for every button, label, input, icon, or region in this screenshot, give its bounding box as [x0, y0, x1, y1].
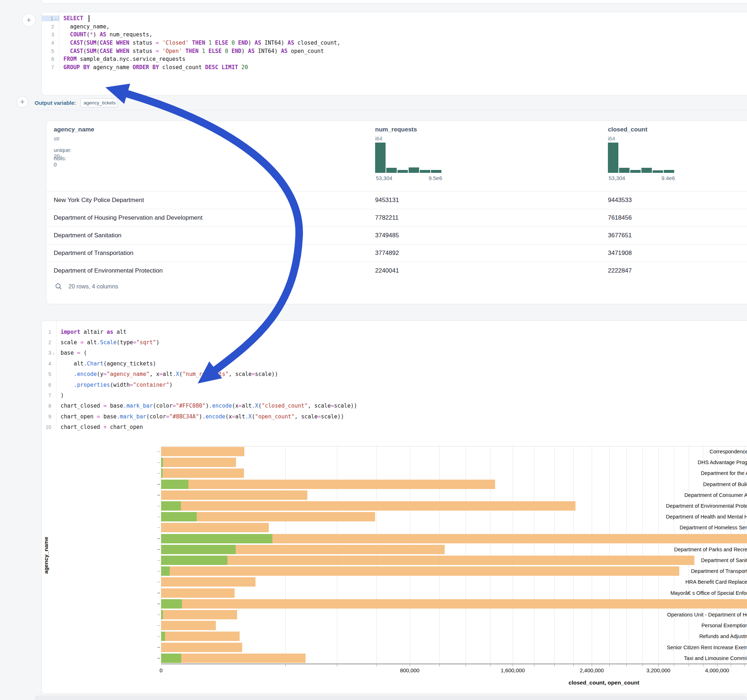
code-line[interactable]: 10chart_closed + chart_open	[42, 422, 747, 433]
line-gutter: 2	[42, 24, 59, 30]
table-row[interactable]: Department of Sanitation37494853677651	[47, 226, 747, 244]
x-axis-tick	[554, 664, 555, 667]
output-variable-label: Output variable:	[35, 100, 76, 106]
category-label: Senior Citizen Rent Increase Exempti…	[645, 644, 747, 650]
line-number: 4	[45, 40, 54, 46]
code-line[interactable]: 6FROM sample_data.nyc.service_requests	[42, 55, 747, 63]
histogram-min-label: 53,304	[376, 175, 392, 181]
line-number: 1	[45, 15, 53, 21]
code-text: SELECT	[59, 15, 89, 22]
chart-gridline	[658, 446, 659, 664]
plot-border	[161, 446, 747, 664]
collapse-chevron-icon[interactable]: ⌄	[53, 17, 58, 21]
chart-gridline	[534, 446, 534, 664]
table-row[interactable]: Department of Housing Preservation and D…	[47, 209, 747, 226]
line-gutter: 7	[42, 392, 56, 398]
code-line[interactable]: 5 CAST(SUM(CASE WHEN status = 'Open' THE…	[42, 47, 747, 55]
code-line[interactable]: 1⌄SELECT	[42, 14, 747, 23]
y-axis-tick	[157, 593, 160, 593]
code-line[interactable]: 8chart_closed = base.mark_bar(color="#FF…	[42, 401, 747, 411]
x-axis-tick	[643, 664, 643, 667]
table-cell: 3749485	[375, 232, 399, 239]
closed-count-bar	[161, 490, 307, 500]
column-type: str	[54, 136, 60, 142]
y-axis-tick	[157, 560, 160, 561]
code-line[interactable]: 3 COUNT(*) AS num_requests,	[42, 31, 747, 39]
closed-count-bar	[161, 468, 244, 478]
code-text: import altair as alt	[56, 329, 127, 335]
x-axis-tick	[410, 664, 410, 667]
code-line[interactable]: 2 agency_name,	[42, 23, 747, 31]
result-table: agency_namestrunique: 20nulls: 0num_requ…	[46, 121, 747, 304]
closed-count-bar	[161, 653, 305, 663]
line-number: 3	[45, 350, 51, 356]
y-axis-tick	[157, 647, 160, 648]
y-axis-tick	[157, 636, 160, 637]
output-variable-pill[interactable]: agency_tickets	[80, 98, 118, 107]
code-line[interactable]: 4 alt.Chart(agency_tickets)	[42, 358, 747, 369]
chart-gridline	[731, 446, 731, 664]
column-histogram: 53,3049.5e6	[375, 149, 442, 181]
x-axis-tick	[466, 664, 466, 667]
code-line[interactable]: 3⌄base = (	[42, 348, 747, 358]
x-axis-tick	[513, 664, 513, 667]
line-number: 9	[45, 414, 51, 419]
chart-gridline	[717, 446, 717, 664]
code-line[interactable]: 1import altair as alt	[42, 327, 747, 337]
chart-gridline	[337, 446, 337, 664]
sql-code-editor[interactable]: 1⌄SELECT 2 agency_name,3 COUNT(*) AS num…	[42, 12, 747, 71]
histogram-bar	[641, 168, 652, 173]
closed-count-bar	[161, 523, 269, 532]
code-line[interactable]: 5 .encode(y="agency_name", x=alt.X("num_…	[42, 369, 747, 380]
category-label: Mayorâ€ s Office of Special Enforce…	[645, 590, 747, 596]
code-text: base = (	[56, 350, 87, 356]
previous-cell-edge	[41, 0, 747, 4]
closed-count-bar	[161, 610, 237, 619]
histogram-bar	[630, 170, 641, 173]
code-text: CAST(SUM(CASE WHEN status = 'Open' THEN …	[59, 48, 324, 54]
code-line[interactable]: 7)	[42, 390, 747, 400]
code-text: agency_name,	[59, 23, 110, 30]
y-axis-tick	[157, 549, 160, 550]
column-stat: nulls: 0	[54, 155, 66, 167]
x-axis-tick	[490, 664, 490, 667]
next-cell-edge[interactable]	[35, 695, 747, 700]
code-line[interactable]: 2scale = alt.Scale(type="sqrt")	[42, 337, 747, 347]
y-axis-tick	[157, 451, 160, 452]
closed-count-bar	[161, 643, 242, 652]
histogram-bar	[375, 143, 386, 173]
y-axis-tick	[157, 462, 160, 463]
code-line[interactable]: 6 .properties(width="container")	[42, 380, 747, 390]
table-cell: 2222847	[608, 267, 632, 275]
open-count-bar	[161, 501, 181, 511]
table-cell: 3774892	[375, 249, 399, 257]
table-cell: Department of Transportation	[54, 249, 133, 257]
search-icon[interactable]	[55, 283, 62, 290]
y-axis-tick	[157, 582, 160, 582]
table-row[interactable]: Department of Transportation377489234719…	[47, 244, 747, 262]
add-cell-button-output[interactable]: +	[17, 96, 28, 108]
chart-gridline	[573, 446, 574, 664]
output-variable-row: Output variable: agency_tickets	[35, 97, 118, 109]
python-code-editor[interactable]: 1import altair as alt2scale = alt.Scale(…	[42, 321, 747, 433]
x-axis-tick-label: 3,200,000	[646, 667, 671, 673]
collapse-chevron-icon[interactable]: ⌄	[51, 351, 56, 355]
line-gutter: 6	[42, 382, 56, 388]
sql-cell[interactable]: 1⌄SELECT 2 agency_name,3 COUNT(*) AS num…	[41, 12, 747, 95]
code-line[interactable]: 7GROUP BY agency_name ORDER BY closed_co…	[42, 63, 747, 72]
code-text: chart_closed + chart_open	[56, 424, 143, 430]
code-line[interactable]: 4 CAST(SUM(CASE WHEN status = 'Closed' T…	[42, 39, 747, 47]
category-label: Department of Homeless Services	[645, 525, 747, 530]
add-cell-button-top[interactable]: +	[22, 13, 36, 27]
code-text: .encode(y="agency_name", x=alt.X("num_re…	[56, 371, 278, 377]
table-row[interactable]: New York City Police Department945313194…	[47, 191, 747, 209]
open-count-bar	[161, 512, 197, 521]
python-cell[interactable]: 1import altair as alt2scale = alt.Scale(…	[41, 320, 747, 694]
table-row[interactable]: Department of Environmental Protection22…	[47, 262, 747, 279]
x-axis-tick	[573, 664, 574, 667]
line-number: 2	[45, 24, 54, 30]
category-label: Department of Health and Mental Hyg…	[645, 514, 747, 520]
code-line[interactable]: 9chart_open = base.mark_bar(color="#8BC3…	[42, 411, 747, 422]
chart-gridline	[689, 446, 689, 664]
open-count-bar	[161, 458, 163, 467]
